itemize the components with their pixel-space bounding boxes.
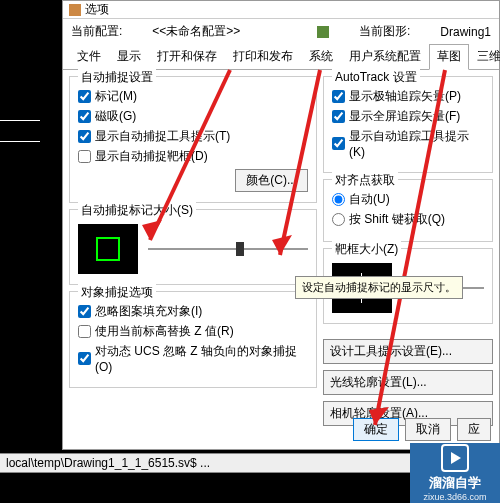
titlebar: 选项 — [63, 1, 499, 19]
profile-value: <<未命名配置>> — [152, 23, 240, 40]
apply-button[interactable]: 应 — [457, 418, 491, 441]
watermark-url: zixue.3d66.com — [423, 492, 486, 502]
svg-line-0 — [150, 70, 230, 240]
dialog-icon — [69, 4, 81, 16]
annotation-arrow — [240, 60, 340, 270]
dialog-title: 选项 — [85, 1, 109, 18]
tab-3d[interactable]: 三维建模 — [469, 44, 500, 69]
profile-row: 当前配置: <<未命名配置>> 当前图形: Drawing1 — [63, 19, 499, 44]
ruler-marks — [0, 100, 40, 162]
annotation-arrow — [120, 60, 240, 260]
chk-ignore-hatch[interactable]: 忽略图案填充对象(I) — [78, 303, 308, 320]
group-title: 对象捕捉选项 — [78, 284, 156, 301]
chk-replace-z[interactable]: 使用当前标高替换 Z 值(R) — [78, 323, 308, 340]
drawing-label: 当前图形: — [359, 23, 410, 40]
profile-label: 当前配置: — [71, 23, 122, 40]
svg-line-4 — [375, 70, 445, 425]
play-icon — [441, 444, 469, 472]
drawing-value: Drawing1 — [440, 25, 491, 39]
tooltip: 设定自动捕捉标记的显示尺寸。 — [295, 276, 463, 299]
watermark-name: 溜溜自学 — [429, 474, 481, 492]
chk-dyn-ucs[interactable]: 对动态 UCS 忽略 Z 轴负向的对象捕捉(O) — [78, 343, 308, 374]
drawing-icon — [317, 26, 329, 38]
group-osnap-options: 对象捕捉选项 忽略图案填充对象(I) 使用当前标高替换 Z 值(R) 对动态 U… — [69, 291, 317, 388]
tab-file[interactable]: 文件 — [69, 44, 109, 69]
svg-line-2 — [280, 70, 320, 255]
watermark: 溜溜自学 zixue.3d66.com — [410, 443, 500, 503]
status-text: local\temp\Drawing1_1_1_6515.sv$ ... — [6, 456, 210, 470]
annotation-arrow — [355, 60, 455, 440]
svg-marker-5 — [369, 407, 389, 425]
